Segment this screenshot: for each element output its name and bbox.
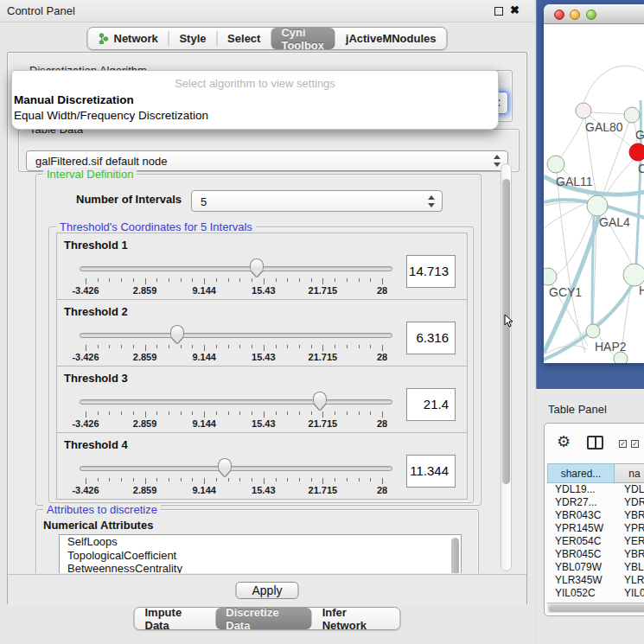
column-header-na[interactable]: na xyxy=(615,463,644,483)
network-node-gal4[interactable] xyxy=(587,195,608,216)
tab-label: Network xyxy=(113,32,157,45)
tick-mark xyxy=(287,345,288,348)
scrollbar-thumb[interactable] xyxy=(502,179,510,484)
tick-label: -3.426 xyxy=(72,485,99,495)
tick-mark xyxy=(311,411,312,415)
attribute-item-selfloops[interactable]: SelfLoops xyxy=(60,535,461,549)
node-label-gal4: GAL4 xyxy=(599,215,630,229)
table-row[interactable]: YIL052CYIL0 xyxy=(547,587,644,600)
table-row[interactable]: YPR145WYPR1 xyxy=(547,522,644,535)
cell-shared-name: YIL052C xyxy=(555,587,596,600)
interval-definition-title: Interval Definition xyxy=(43,168,137,181)
close-icon[interactable]: ✖ xyxy=(510,3,520,16)
table-row[interactable]: YDL19...YDL1 xyxy=(547,483,644,496)
network-node-c[interactable] xyxy=(629,143,644,161)
tick-label: 9.144 xyxy=(192,485,216,495)
settings-vertical-scrollbar[interactable] xyxy=(501,163,512,571)
tick-mark xyxy=(109,478,110,481)
slider-thumb[interactable] xyxy=(218,458,232,469)
table-horizontal-scrollbar[interactable] xyxy=(547,603,644,613)
cell-name: YDR2 xyxy=(624,496,644,509)
tick-label: 9.144 xyxy=(192,285,216,296)
algorithm-option-equal-width-frequency-discretization[interactable]: Equal Width/Frequency Discretization xyxy=(14,109,208,122)
tick-label: -3.426 xyxy=(72,285,99,296)
tick-mark xyxy=(181,478,182,481)
table-row[interactable]: YDR27...YDR2 xyxy=(547,496,644,509)
threshold-value-field[interactable]: 6.316 xyxy=(406,322,456,354)
table-row[interactable]: YLR345WYLR3 xyxy=(547,574,644,587)
attribute-item-betweennesscentrality[interactable]: BetweennessCentrality xyxy=(60,562,461,573)
algorithm-dropdown-popup: Select algorithm to view settings Manual… xyxy=(11,70,499,130)
slider-scale: -3.4262.8599.14415.4321.71528 xyxy=(86,367,382,434)
attributes-list-scrollbar[interactable] xyxy=(451,538,459,573)
number-of-intervals-value: 5 xyxy=(201,194,207,207)
network-node-gcy1[interactable] xyxy=(544,268,557,285)
network-canvas[interactable]: GAL80GCGAL11GAL4GCY1HHAP2 xyxy=(544,24,644,363)
minimize-traffic-light[interactable] xyxy=(570,10,580,20)
tick-mark xyxy=(109,345,110,348)
checkbox-icon[interactable]: ✓ xyxy=(619,440,627,448)
cell-shared-name: YBL079W xyxy=(555,561,602,574)
number-of-intervals-combobox[interactable]: 5 xyxy=(191,190,443,212)
network-node[interactable] xyxy=(614,352,628,363)
numerical-attributes-list[interactable]: SelfLoopsTopologicalCoefficientBetweenne… xyxy=(59,534,462,573)
tab-discretize-data[interactable]: Discretize Data xyxy=(215,608,311,629)
slider-thumb[interactable] xyxy=(313,392,327,403)
column-header-shared[interactable]: shared... xyxy=(547,463,615,483)
attribute-item-topologicalcoefficient[interactable]: TopologicalCoefficient xyxy=(60,549,461,563)
network-node-gal11[interactable] xyxy=(547,156,564,173)
algorithm-option-manual-discretization[interactable]: Manual Discretization xyxy=(14,93,134,106)
tick-mark xyxy=(239,278,240,282)
cell-name: YBR0 xyxy=(624,509,644,522)
tab-infer-network[interactable]: Infer Network xyxy=(312,608,400,629)
tab-impute-data[interactable]: Impute Data xyxy=(135,608,216,629)
tick-mark xyxy=(370,411,371,415)
tick-mark xyxy=(347,411,348,415)
tab-select[interactable]: Select xyxy=(217,28,271,49)
tick-mark xyxy=(370,478,371,481)
columns-icon[interactable] xyxy=(587,436,603,450)
scrollbar-thumb[interactable] xyxy=(549,605,644,612)
tick-mark xyxy=(347,345,348,348)
table-row[interactable]: YBR045CYBR0 xyxy=(547,548,644,561)
tick-mark xyxy=(299,411,300,415)
tick-label: 15.43 xyxy=(252,418,276,429)
apply-button[interactable]: Apply xyxy=(235,582,298,599)
tab-jactivemnodules[interactable]: jActiveMNodules xyxy=(335,28,447,49)
node-label-h: H xyxy=(639,284,644,297)
table-row[interactable]: YER054CYER0 xyxy=(547,535,644,548)
slider-thumb[interactable] xyxy=(250,258,264,270)
network-node-g[interactable] xyxy=(624,107,640,123)
threshold-value-field[interactable]: 11.344 xyxy=(406,455,456,488)
tab-style[interactable]: Style xyxy=(169,28,216,49)
cell-shared-name: YBR043C xyxy=(555,509,601,522)
threshold-value-field[interactable]: 21.4 xyxy=(406,388,456,421)
tick-mark xyxy=(264,278,265,284)
threshold-value-field[interactable]: 14.713 xyxy=(406,255,456,288)
tab-label: Cyni Toolbox xyxy=(281,26,324,52)
network-node-hap2[interactable] xyxy=(586,324,600,338)
network-node-gal80[interactable] xyxy=(576,103,591,118)
tab-network[interactable]: Network xyxy=(87,28,168,49)
network-edge xyxy=(544,202,588,228)
tick-mark xyxy=(359,345,360,348)
close-traffic-light[interactable] xyxy=(554,10,564,20)
checkbox-icon[interactable]: ✓ xyxy=(631,440,639,448)
tick-mark xyxy=(252,411,252,415)
tick-mark xyxy=(382,411,383,418)
tick-mark xyxy=(299,345,300,348)
float-window-icon[interactable] xyxy=(494,7,503,16)
zoom-traffic-light[interactable] xyxy=(586,10,596,20)
slider-thumb[interactable] xyxy=(170,325,184,336)
network-edge xyxy=(636,100,641,264)
gear-icon[interactable]: ⚙ xyxy=(557,432,571,450)
tab-cyni-toolbox[interactable]: Cyni Toolbox xyxy=(271,28,335,49)
tick-mark xyxy=(216,411,217,415)
table-row[interactable]: YBL079WYBL0 xyxy=(547,561,644,574)
tick-mark xyxy=(382,478,383,484)
tick-mark xyxy=(322,411,323,418)
tick-mark xyxy=(98,278,99,282)
table-row[interactable]: YBR043CYBR0 xyxy=(547,509,644,522)
tick-mark xyxy=(145,411,146,418)
cell-name: YLR3 xyxy=(624,574,644,587)
